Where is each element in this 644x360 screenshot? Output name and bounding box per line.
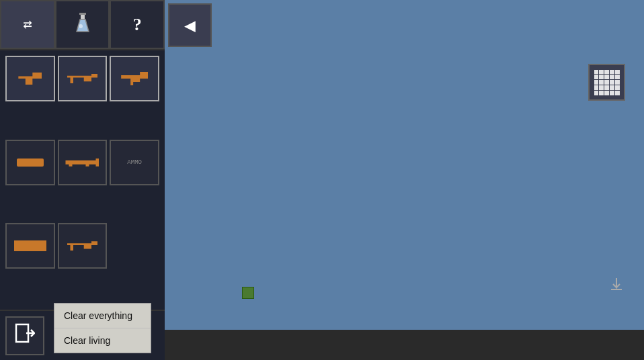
back-button[interactable]: ◀: [168, 3, 212, 47]
bottom-bar: Clear everything Clear living: [0, 310, 165, 360]
toolbar: ⇄ ?: [0, 0, 165, 50]
swap-icon: ⇄: [23, 15, 32, 34]
svg-point-3: [79, 24, 83, 28]
weapon-grid: AMMO: [0, 50, 165, 310]
weapon-label-6: AMMO: [127, 159, 142, 166]
pistol-icon: [18, 73, 42, 85]
rifle-icon: [67, 74, 97, 83]
weapon-cell-8[interactable]: [58, 223, 108, 269]
svg-marker-1: [77, 19, 89, 32]
game-area: [165, 0, 644, 330]
back-icon: ◀: [184, 14, 196, 37]
context-menu: Clear everything Clear living: [54, 303, 151, 353]
svg-rect-2: [79, 13, 86, 15]
help-button[interactable]: ?: [110, 0, 165, 49]
exit-icon: [15, 323, 35, 348]
help-icon: ?: [133, 15, 142, 35]
weapon-cell-4[interactable]: [5, 140, 55, 185]
green-block: [242, 287, 254, 299]
weapon-cell-2[interactable]: [58, 56, 108, 101]
download-icon: [609, 277, 624, 295]
weapon-cell-5[interactable]: [58, 140, 108, 185]
shotgun-icon: [17, 159, 44, 167]
grid-button[interactable]: [588, 64, 625, 101]
rifle2-icon: [67, 241, 97, 251]
weapon-cell-7[interactable]: [5, 223, 55, 269]
sidebar: ⇄ ?: [0, 0, 165, 360]
swap-button[interactable]: ⇄: [0, 0, 55, 49]
clear-everything-button[interactable]: Clear everything: [54, 304, 151, 328]
smg-icon: [121, 72, 148, 85]
ground-bar: [165, 330, 644, 360]
weapon-cell-3[interactable]: [110, 56, 159, 101]
exit-button[interactable]: [5, 316, 44, 355]
flask-button[interactable]: [55, 0, 110, 49]
grid-icon: [594, 70, 620, 95]
weapon-cell-1[interactable]: [5, 56, 55, 101]
lmg-icon: [14, 240, 46, 251]
sniper-icon: [65, 159, 99, 167]
clear-living-button[interactable]: Clear living: [54, 328, 151, 353]
flask-icon: [73, 11, 92, 38]
weapon-cell-6[interactable]: AMMO: [110, 140, 159, 185]
